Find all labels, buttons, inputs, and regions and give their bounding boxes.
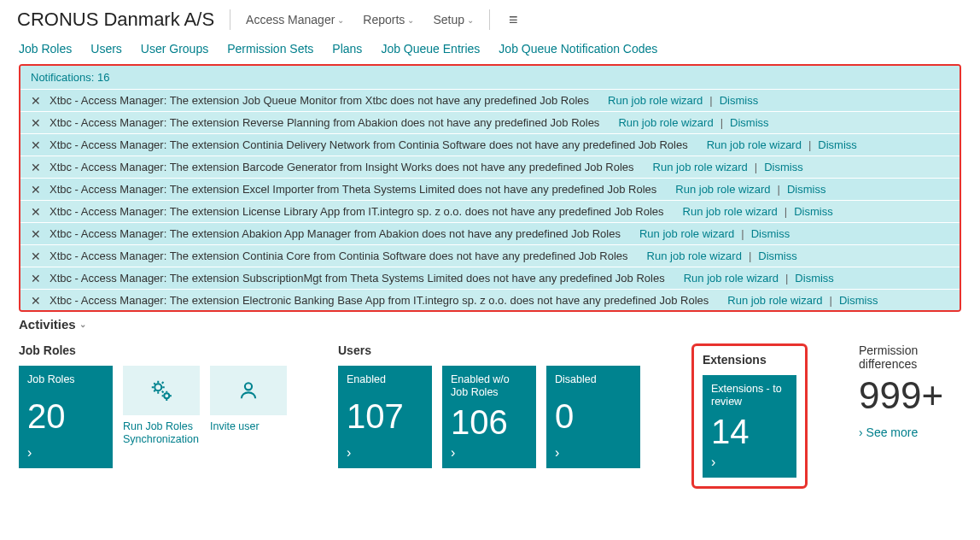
notification-row: ✕Xtbc - Access Manager: The extension Ab…	[20, 222, 960, 244]
hamburger-icon[interactable]: ≡	[509, 11, 518, 29]
dismiss-link[interactable]: Dismiss	[794, 205, 833, 218]
action-label: Invite user	[210, 420, 260, 433]
notification-text: Xtbc - Access Manager: The extension Ele…	[50, 294, 709, 307]
run-wizard-link[interactable]: Run job role wizard	[653, 161, 748, 173]
run-wizard-link[interactable]: Run job role wizard	[639, 227, 734, 240]
tile-job-roles[interactable]: Job Roles 20 ›	[19, 366, 113, 468]
close-icon[interactable]: ✕	[31, 139, 41, 151]
dismiss-link[interactable]: Dismiss	[839, 294, 878, 307]
run-wizard-link[interactable]: Run job role wizard	[675, 183, 770, 196]
activities-label: Activities	[19, 317, 76, 332]
run-wizard-link[interactable]: Run job role wizard	[727, 294, 822, 307]
notification-row: ✕Xtbc - Access Manager: The extension Su…	[20, 267, 960, 289]
dismiss-link[interactable]: Dismiss	[720, 94, 759, 107]
dismiss-link[interactable]: Dismiss	[795, 272, 834, 285]
chevron-down-icon: ⌄	[467, 15, 474, 25]
nav-link[interactable]: Job Queue Entries	[381, 42, 480, 56]
notification-text: Xtbc - Access Manager: The extension Exc…	[50, 183, 656, 196]
notification-text: Xtbc - Access Manager: The extension Aba…	[50, 227, 621, 240]
nav-link[interactable]: Plans	[332, 42, 362, 56]
dismiss-link[interactable]: Dismiss	[730, 116, 769, 129]
separator: |	[785, 205, 787, 218]
dismiss-link[interactable]: Dismiss	[787, 183, 826, 196]
notification-row: ✕Xtbc - Access Manager: The extension El…	[20, 289, 960, 311]
see-more-label: See more	[866, 426, 919, 439]
nav-link[interactable]: Users	[90, 42, 122, 56]
run-wizard-link[interactable]: Run job role wizard	[707, 138, 802, 151]
separator: |	[741, 227, 744, 240]
tile-value: 0	[555, 399, 632, 433]
separator: |	[755, 161, 757, 173]
tile-value: 20	[27, 399, 104, 433]
nav-link[interactable]: User Groups	[141, 42, 208, 56]
chevron-down-icon: ⌄	[407, 15, 414, 25]
notification-text: Xtbc - Access Manager: The extension Con…	[50, 249, 628, 262]
notification-text: Xtbc - Access Manager: The extension Job…	[50, 94, 589, 107]
top-menu-item[interactable]: Access Manager⌄	[246, 13, 344, 26]
perm-diff-value: 999+	[859, 374, 961, 417]
notification-row: ✕Xtbc - Access Manager: The extension Co…	[20, 244, 960, 267]
dismiss-link[interactable]: Dismiss	[764, 161, 803, 173]
tile-value: 106	[451, 405, 528, 439]
notification-row: ✕Xtbc - Access Manager: The extension Ba…	[20, 156, 960, 178]
notification-text: Xtbc - Access Manager: The extension Con…	[50, 138, 688, 151]
run-wizard-link[interactable]: Run job role wizard	[683, 205, 778, 218]
group-title-job-roles: Job Roles	[19, 343, 287, 357]
close-icon[interactable]: ✕	[31, 295, 41, 307]
notifications-panel: Notifications: 16 ✕Xtbc - Access Manager…	[19, 64, 961, 312]
close-icon[interactable]: ✕	[31, 184, 41, 196]
nav-link[interactable]: Permission Sets	[227, 42, 313, 56]
close-icon[interactable]: ✕	[31, 95, 41, 107]
tile-value: 14	[711, 414, 788, 449]
separator: |	[749, 249, 751, 262]
chevron-down-icon: ⌄	[79, 320, 86, 329]
dismiss-link[interactable]: Dismiss	[758, 249, 797, 262]
notification-text: Xtbc - Access Manager: The extension Sub…	[50, 272, 665, 285]
activities-header[interactable]: Activities ⌄	[19, 317, 961, 332]
notification-row: ✕Xtbc - Access Manager: The extension Li…	[20, 200, 960, 222]
close-icon[interactable]: ✕	[31, 206, 41, 218]
close-icon[interactable]: ✕	[31, 161, 41, 173]
divider	[489, 9, 490, 30]
notifications-count: Notifications: 16	[20, 66, 960, 89]
notification-text: Xtbc - Access Manager: The extension Rev…	[50, 116, 599, 129]
action-label: Run Job Roles Synchronization	[123, 420, 200, 446]
tile-label: Extensions - to review	[711, 383, 788, 408]
close-icon[interactable]: ✕	[31, 273, 41, 285]
notification-row: ✕Xtbc - Access Manager: The extension Jo…	[20, 89, 960, 111]
separator: |	[709, 94, 712, 107]
gears-icon	[123, 366, 200, 415]
close-icon[interactable]: ✕	[31, 117, 41, 129]
close-icon[interactable]: ✕	[31, 228, 41, 240]
run-wizard-link[interactable]: Run job role wizard	[618, 116, 713, 129]
dismiss-link[interactable]: Dismiss	[818, 138, 857, 151]
separator: |	[808, 138, 811, 151]
run-wizard-link[interactable]: Run job role wizard	[608, 94, 703, 107]
svg-point-0	[155, 384, 161, 390]
perm-diff-title: Permission differences	[859, 343, 961, 371]
chevron-down-icon: ⌄	[337, 15, 344, 25]
see-more-link[interactable]: › See more	[859, 426, 961, 439]
chevron-right-icon: ›	[555, 445, 632, 461]
separator: |	[720, 116, 723, 129]
top-menu-item[interactable]: Reports⌄	[363, 13, 414, 26]
run-wizard-link[interactable]: Run job role wizard	[647, 249, 742, 262]
dismiss-link[interactable]: Dismiss	[751, 227, 790, 240]
tile-users[interactable]: Enabled107›	[338, 366, 432, 468]
nav-link[interactable]: Job Queue Notification Codes	[499, 42, 657, 56]
separator: |	[785, 272, 788, 285]
action-run-sync[interactable]: Run Job Roles Synchronization	[123, 366, 200, 446]
person-icon	[210, 366, 287, 415]
tile-extensions-review[interactable]: Extensions - to review 14 ›	[703, 375, 796, 478]
run-wizard-link[interactable]: Run job role wizard	[684, 272, 779, 285]
tile-label: Enabled w/o Job Roles	[451, 373, 528, 399]
group-title-extensions: Extensions	[703, 353, 796, 367]
action-invite-user[interactable]: Invite user	[210, 366, 287, 433]
top-menu-item[interactable]: Setup⌄	[433, 13, 474, 26]
svg-point-1	[164, 393, 169, 398]
close-icon[interactable]: ✕	[31, 250, 41, 262]
tile-value: 107	[347, 399, 423, 433]
tile-users[interactable]: Enabled w/o Job Roles106›	[442, 366, 536, 468]
tile-users[interactable]: Disabled0›	[546, 366, 640, 468]
nav-link[interactable]: Job Roles	[19, 42, 72, 56]
